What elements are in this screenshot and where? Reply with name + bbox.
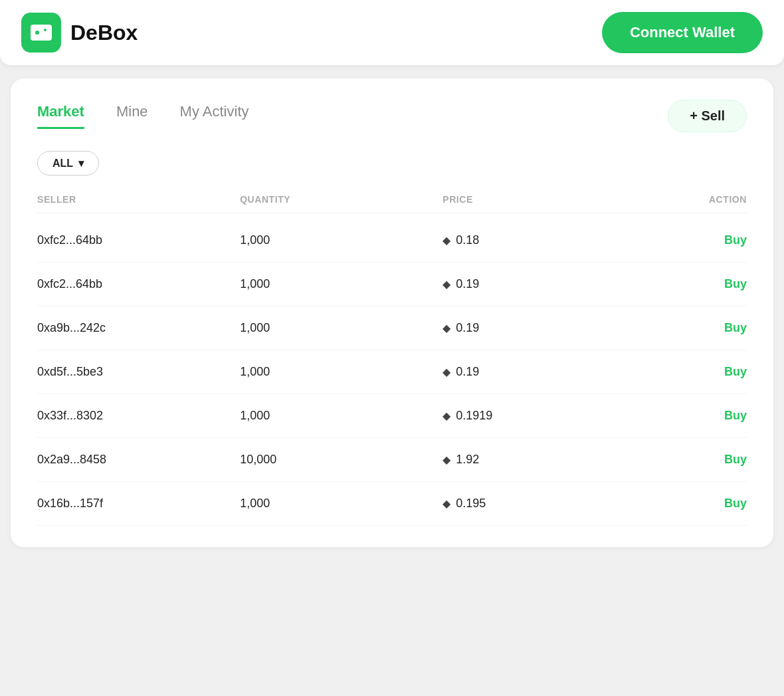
tab-market[interactable]: Market — [37, 103, 84, 129]
tab-my-activity[interactable]: My Activity — [180, 103, 249, 129]
column-header-price: PRICE — [442, 194, 645, 205]
table-row: 0xfc2...64bb 1,000 ◆ 0.18 Buy — [37, 219, 747, 263]
buy-button[interactable]: Buy — [724, 497, 747, 511]
cell-action: Buy — [645, 453, 747, 467]
column-header-quantity: QUANTITY — [240, 194, 442, 205]
eth-icon: ◆ — [442, 366, 450, 378]
debox-logo-icon — [21, 13, 61, 53]
eth-icon: ◆ — [442, 497, 450, 510]
cell-action: Buy — [645, 409, 747, 423]
chevron-down-icon: ▾ — [78, 157, 84, 170]
table-body: 0xfc2...64bb 1,000 ◆ 0.18 Buy 0xfc2...64… — [37, 219, 747, 526]
buy-button[interactable]: Buy — [724, 321, 747, 335]
sell-button[interactable]: + Sell — [668, 100, 747, 132]
eth-icon: ◆ — [442, 453, 450, 466]
cell-quantity: 1,000 — [240, 321, 442, 335]
cell-price: ◆ 0.19 — [442, 277, 645, 291]
buy-button[interactable]: Buy — [724, 233, 747, 247]
cell-action: Buy — [645, 365, 747, 379]
cell-quantity: 1,000 — [240, 277, 442, 291]
cell-action: Buy — [645, 321, 747, 335]
svg-rect-0 — [31, 25, 52, 41]
table-row: 0x16b...157f 1,000 ◆ 0.195 Buy — [37, 482, 747, 526]
column-header-seller: SELLER — [37, 194, 240, 205]
buy-button[interactable]: Buy — [724, 365, 747, 379]
buy-button[interactable]: Buy — [724, 453, 747, 467]
cell-action: Buy — [645, 497, 747, 511]
filter-row: ALL ▾ — [37, 151, 747, 175]
column-header-action: ACTION — [645, 194, 747, 205]
eth-icon: ◆ — [442, 409, 450, 422]
table-row: 0x2a9...8458 10,000 ◆ 1.92 Buy — [37, 438, 747, 482]
filter-dropdown[interactable]: ALL ▾ — [37, 151, 99, 175]
cell-quantity: 1,000 — [240, 365, 442, 379]
table-row: 0xd5f...5be3 1,000 ◆ 0.19 Buy — [37, 350, 747, 394]
cell-seller: 0xfc2...64bb — [37, 277, 240, 291]
logo-area: DeBox — [21, 13, 138, 53]
eth-icon: ◆ — [442, 234, 450, 247]
cell-action: Buy — [645, 277, 747, 291]
eth-icon: ◆ — [442, 322, 450, 334]
buy-button[interactable]: Buy — [724, 277, 747, 291]
cell-price: ◆ 0.19 — [442, 321, 645, 335]
cell-seller: 0xd5f...5be3 — [37, 365, 240, 379]
table-header: SELLER QUANTITY PRICE ACTION — [37, 194, 747, 213]
cell-price: ◆ 1.92 — [442, 453, 645, 467]
header: DeBox Connect Wallet — [0, 0, 784, 65]
tab-mine[interactable]: Mine — [116, 103, 148, 129]
cell-price: ◆ 0.18 — [442, 233, 645, 247]
tabs: Market Mine My Activity — [37, 103, 249, 129]
cell-action: Buy — [645, 233, 747, 247]
table-row: 0xa9b...242c 1,000 ◆ 0.19 Buy — [37, 306, 747, 350]
cell-seller: 0xa9b...242c — [37, 321, 240, 335]
logo-text: DeBox — [70, 21, 138, 45]
cell-quantity: 1,000 — [240, 497, 442, 511]
buy-button[interactable]: Buy — [724, 409, 747, 423]
svg-point-2 — [44, 29, 47, 31]
cell-seller: 0x33f...8302 — [37, 409, 240, 423]
eth-icon: ◆ — [442, 278, 450, 290]
cell-price: ◆ 0.19 — [442, 365, 645, 379]
tabs-row: Market Mine My Activity + Sell — [37, 100, 747, 132]
table-row: 0x33f...8302 1,000 ◆ 0.1919 Buy — [37, 394, 747, 438]
cell-quantity: 1,000 — [240, 409, 442, 423]
cell-price: ◆ 0.1919 — [442, 409, 645, 423]
cell-quantity: 1,000 — [240, 233, 442, 247]
cell-seller: 0x2a9...8458 — [37, 453, 240, 467]
main-panel: Market Mine My Activity + Sell ALL ▾ SEL… — [11, 78, 773, 547]
cell-quantity: 10,000 — [240, 453, 442, 467]
svg-point-1 — [35, 31, 39, 35]
table-row: 0xfc2...64bb 1,000 ◆ 0.19 Buy — [37, 263, 747, 306]
cell-price: ◆ 0.195 — [442, 497, 645, 511]
cell-seller: 0x16b...157f — [37, 497, 240, 511]
connect-wallet-button[interactable]: Connect Wallet — [602, 12, 763, 53]
cell-seller: 0xfc2...64bb — [37, 233, 240, 247]
